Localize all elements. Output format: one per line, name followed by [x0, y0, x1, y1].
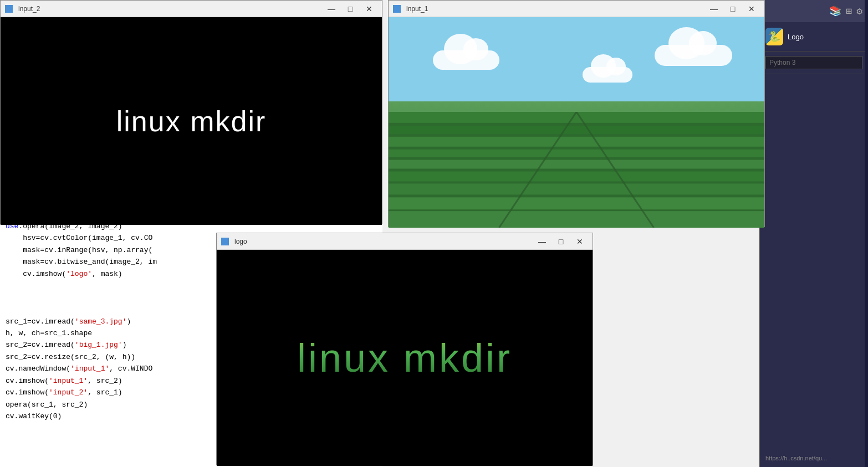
window-title-logo: logo [234, 238, 530, 245]
window-body-logo: linux mkdir [217, 250, 593, 466]
window-icon-logo [221, 238, 229, 245]
window-controls-input2: — □ ✕ [323, 3, 377, 15]
window-controls-logo: — □ ✕ [534, 235, 588, 248]
window-input1[interactable]: input_1 — □ ✕ [388, 0, 765, 227]
window-icon-input2 [5, 5, 13, 13]
window-title-input1: input_1 [406, 5, 702, 13]
cloud-1 [433, 50, 499, 70]
python-input[interactable] [765, 56, 862, 69]
close-button-logo[interactable]: ✕ [571, 235, 588, 248]
minimize-button-input1[interactable]: — [706, 3, 722, 15]
book-icon[interactable]: 📚 [829, 5, 841, 17]
right-sidebar: 📚 ⊞ ⚙ 🐍 Logo https://h..csdn.net/qu... [759, 0, 868, 467]
maximize-button-input1[interactable]: □ [724, 3, 741, 15]
sidebar-title: Logo [788, 33, 804, 41]
cloud-2 [583, 67, 632, 83]
close-button-input2[interactable]: ✕ [361, 3, 377, 15]
svg-rect-2 [389, 126, 764, 134]
sidebar-input-section [760, 52, 868, 74]
sidebar-python-section: 🐍 Logo [760, 22, 868, 52]
window-controls-input1: — □ ✕ [706, 3, 760, 15]
landscape-image [389, 17, 764, 228]
svg-rect-6 [389, 171, 764, 181]
svg-rect-5 [389, 160, 764, 169]
sidebar-scrollbar [865, 0, 868, 467]
cloud-3 [655, 45, 732, 66]
logo-text: linux mkdir [297, 335, 512, 381]
maximize-button-input2[interactable]: □ [342, 3, 359, 15]
matrix-text: linux mkdir [116, 105, 267, 138]
window-body-input2: linux mkdir [1, 17, 382, 225]
svg-rect-4 [389, 150, 764, 157]
minimize-button-input2[interactable]: — [323, 3, 340, 15]
svg-rect-1 [389, 112, 764, 123]
python-icon: 🐍 [765, 28, 783, 45]
window-icon-input1 [393, 5, 401, 13]
layout-icon[interactable]: ⊞ [846, 5, 852, 17]
titlebar-input1: input_1 — □ ✕ [389, 1, 764, 17]
maximize-button-logo[interactable]: □ [553, 235, 569, 248]
window-input2[interactable]: input_2 — □ ✕ linux mkdir [0, 0, 382, 224]
window-title-input2: input_2 [18, 5, 320, 13]
titlebar-input2: input_2 — □ ✕ [1, 1, 382, 17]
svg-rect-3 [389, 137, 764, 147]
sidebar-top-bar: 📚 ⊞ ⚙ [760, 0, 868, 22]
window-body-input1 [389, 17, 764, 228]
svg-rect-8 [389, 197, 764, 209]
svg-rect-9 [389, 211, 764, 228]
minimize-button-logo[interactable]: — [534, 235, 550, 248]
window-logo[interactable]: logo — □ ✕ linux mkdir [216, 233, 593, 465]
svg-rect-7 [389, 183, 764, 194]
settings-icon[interactable]: ⚙ [856, 5, 862, 17]
close-button-input1[interactable]: ✕ [743, 3, 760, 15]
sidebar-url: https://h..csdn.net/qu... [765, 455, 862, 461]
field-svg [389, 112, 764, 228]
titlebar-logo: logo — □ ✕ [217, 233, 593, 250]
